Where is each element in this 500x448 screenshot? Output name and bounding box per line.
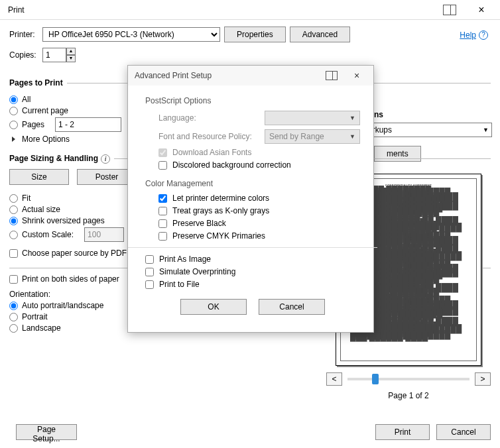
properties-button[interactable]: Properties	[224, 27, 286, 42]
frp-row: Font and Resource Policy: Send by Range▼	[158, 129, 360, 144]
restore-icon[interactable]	[443, 5, 456, 15]
close-icon[interactable]: ×	[468, 4, 495, 16]
pages-range-input[interactable]	[55, 117, 121, 132]
page-indicator: Page 1 of 2	[326, 391, 491, 400]
download-asian-fonts-check: Download Asian Fonts	[158, 148, 360, 157]
postscript-group-label: PostScript Options	[145, 96, 360, 105]
modal-cancel-button[interactable]: Cancel	[259, 299, 325, 315]
copies-label: Copies:	[9, 50, 38, 60]
language-select: ▼	[265, 111, 360, 125]
let-printer-check[interactable]: Let printer determine colors	[158, 194, 360, 203]
discolored-bg-check[interactable]: Discolored background correction	[158, 160, 360, 170]
preview-next-button[interactable]: >	[475, 372, 491, 386]
advanced-print-setup-dialog: Advanced Print Setup × PostScript Option…	[127, 65, 374, 333]
cancel-button[interactable]: Cancel	[436, 424, 491, 440]
preserve-black-check[interactable]: Preserve Black	[158, 219, 360, 228]
titlebar: Print ×	[0, 0, 500, 20]
comments-heading: ns	[374, 110, 383, 119]
size-button[interactable]: Size	[9, 169, 69, 185]
copies-row: Copies: ▲ ▼	[9, 48, 491, 62]
modal-titlebar: Advanced Print Setup ×	[128, 66, 373, 85]
color-mgmt-group-label: Color Management	[145, 179, 360, 188]
print-to-file-check[interactable]: Print to File	[145, 280, 360, 289]
bottom-bar: Page Setup... Print Cancel	[9, 424, 491, 440]
sizing-legend: Page Sizing & Handlingi	[9, 154, 114, 164]
page-setup-button[interactable]: Page Setup...	[16, 424, 77, 440]
custom-scale-input	[84, 227, 124, 242]
info-icon[interactable]: i	[101, 154, 110, 164]
modal-body: PostScript Options Language: ▼ Font and …	[128, 85, 373, 332]
pages-to-print-legend: Pages to Print	[9, 78, 67, 87]
printer-row: Printer: HP OfficeJet 6950 PCL-3 (Networ…	[9, 27, 491, 42]
restore-icon[interactable]	[326, 71, 338, 80]
printer-select[interactable]: HP OfficeJet 6950 PCL-3 (Network)	[42, 27, 220, 42]
copies-down-icon[interactable]: ▼	[66, 55, 76, 62]
copies-up-icon[interactable]: ▲	[66, 48, 76, 55]
copies-input[interactable]	[42, 48, 66, 62]
print-dialog: Print × Help ? Printer: HP OfficeJet 695…	[0, 0, 500, 448]
preview-slider[interactable]	[347, 378, 469, 380]
chevron-down-icon: ▼	[349, 115, 355, 121]
copies-stepper[interactable]: ▲ ▼	[42, 48, 76, 62]
chevron-right-icon	[12, 137, 15, 142]
comments-dropdown[interactable]: arkups ▼	[365, 123, 492, 137]
preview-nav: < >	[326, 372, 491, 386]
modal-ok-button[interactable]: OK	[180, 299, 247, 315]
simulate-overprint-check[interactable]: Simulate Overprinting	[145, 267, 360, 276]
language-row: Language: ▼	[158, 111, 360, 125]
chevron-down-icon: ▼	[349, 133, 355, 140]
preserve-cmyk-check[interactable]: Preserve CMYK Primaries	[158, 231, 360, 241]
modal-close-icon[interactable]: ×	[347, 70, 367, 81]
printer-label: Printer:	[9, 30, 38, 39]
print-as-image-check[interactable]: Print As Image	[145, 254, 360, 264]
frp-select: Send by Range▼	[265, 129, 360, 144]
modal-footer: OK Cancel	[145, 292, 360, 324]
modal-divider	[128, 247, 377, 248]
advanced-button[interactable]: Advanced	[290, 27, 350, 42]
konly-check[interactable]: Treat grays as K-only grays	[158, 206, 360, 215]
chevron-down-icon: ▼	[483, 127, 489, 133]
window-title: Print	[5, 5, 443, 15]
print-button[interactable]: Print	[375, 424, 430, 440]
modal-title: Advanced Print Setup	[135, 71, 326, 80]
preview-prev-button[interactable]: <	[326, 372, 342, 386]
slider-thumb[interactable]	[372, 374, 379, 384]
